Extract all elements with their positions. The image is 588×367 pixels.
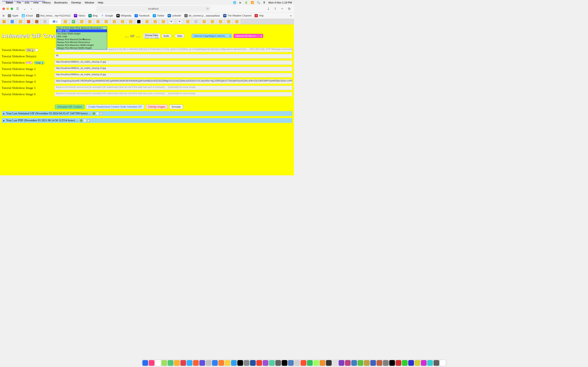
overlay-button[interactable]: Overlay Images [146,105,168,109]
delay-input[interactable]: 40 [54,54,292,58]
choose-files-button[interactable]: Choose Files [144,34,159,37]
fav-yelp[interactable]: yYelp [255,14,264,17]
tab-14[interactable] [110,19,118,24]
globe-icon[interactable]: 🌐 [233,1,236,4]
tab-28[interactable] [225,19,233,24]
tab-8[interactable] [61,19,69,24]
image-4-input[interactable]: data:image/png;base64,iVBORw0KGgoAAAANSU… [54,79,292,84]
tab-4[interactable] [25,19,33,24]
back-button[interactable]: ‹ [29,6,34,11]
title-checkbox[interactable] [35,49,38,51]
fav-icloud[interactable]: ☁iCloud [22,14,33,17]
image-2-input[interactable]: http://localhost:8888/mr_ed_maths_sharin… [54,67,292,71]
fav-db-connect[interactable]: ⌕db_connect.p…aaasaaafaas [184,14,220,17]
fav-twitter[interactable]: tTwitter [153,14,164,17]
minimize-window-button[interactable] [7,8,9,10]
disclosure-last-pdf[interactable]: ▶ Your Last PDF (November 03 2021 06:14:… [2,118,292,123]
tab-22[interactable]: W [176,19,184,24]
reload-icon[interactable]: ⟳ [207,7,209,10]
fav-linkedin[interactable]: inLinkedIn [168,14,181,17]
html-badge[interactable]: HTML [26,62,32,64]
tab-17[interactable] [135,19,143,24]
zoom-window-button[interactable] [11,8,13,10]
sidebar-toggle-icon[interactable]: ☰ [15,6,20,11]
menu-bookmarks[interactable]: Bookmarks [54,1,68,4]
imagemagick-select[interactable]: Optional ImageMagick switches …▲▼ [192,34,232,38]
control-center-icon[interactable]: 🎚 [263,1,266,4]
dim-option-min[interactable]: Always Pick Minimal Dimensions [56,41,107,44]
tab-25[interactable] [200,19,208,24]
tab-2[interactable] [8,19,16,24]
tab-16[interactable] [127,19,135,24]
tab-21[interactable]: W [167,19,176,24]
fav-facebook[interactable]: fFacebook [135,14,150,17]
menu-develop[interactable]: Develop [71,1,81,4]
create-gif-button[interactable]: Animated GIF Creation [55,105,85,109]
image-3-input[interactable]: http://localhost:8888/mr_ed_maths_sharin… [54,73,292,77]
audio-button[interactable]: Audio [162,34,171,38]
menu-help[interactable]: Help [98,1,103,4]
file-chooser[interactable]: Choose Files Share your media documents … [143,33,160,39]
tab-group-chevron-icon[interactable]: ⌄ [22,6,27,11]
gd-filters-select[interactable]: Optional GD filters++ …▲▼ [233,34,263,38]
tab-13[interactable] [102,19,110,24]
fav-weather[interactable]: TWThe Weather Channel [223,14,251,17]
tab-12[interactable] [94,19,102,24]
image-6-input[interactable]: Append #comment[~second line] for animat… [54,92,292,96]
simulate-button[interactable]: Simulate [169,105,183,109]
dim-option-2880x1800[interactable]: 2880 x 1800 [56,29,107,32]
title-select[interactable]: Title▲▼ [26,49,35,52]
fav-find-minus[interactable]: ⌕find_minus…rep+%22s%22 [36,14,71,17]
wifi-icon[interactable]: 📶 [251,1,254,4]
disclosure-last-gif[interactable]: ▶ Your Last Animated GIF (November 03 20… [2,111,292,116]
tab-15[interactable] [118,19,127,24]
tab-5[interactable] [33,19,41,24]
tab-10[interactable] [78,19,86,24]
fav-apple[interactable]: Apple [8,14,18,17]
tab-24[interactable] [192,19,200,24]
image-5-input[interactable]: Append #comment[~second line] for animat… [54,86,292,90]
random-gif-button[interactable]: Create Randomized Content Order Animated… [86,105,144,109]
new-tab-icon[interactable]: ＋ [280,6,285,11]
fav-google[interactable]: GGoogle [101,14,113,17]
dimension-select-dropdown[interactable]: Size of First Slide (Pick Maximal Dimens… [56,26,107,50]
close-window-button[interactable] [2,8,5,10]
tab-6[interactable] [41,19,49,24]
tab-1[interactable] [0,19,8,24]
tab-active[interactable]: L2 [49,19,61,24]
forward-button[interactable]: › [36,6,41,11]
tab-27[interactable] [216,19,225,24]
clock[interactable]: Mon 4 Nov 1:19 PM [268,1,292,4]
favorites-overflow-icon[interactable]: » [290,14,292,17]
image-1-input[interactable]: http://localhost:8888/mr_ed_maths_sharin… [54,60,292,65]
tab-29[interactable] [233,19,241,24]
fav-yahoo[interactable]: Y!Yahoo [74,14,85,17]
video-button[interactable]: Video [175,34,184,38]
screen-mirror-icon[interactable]: ⏵ [239,1,242,4]
image-select[interactable]: Image▲▼ [34,61,44,64]
dim-option-minwh[interactable]: Always Pick Minimal Width+Height [56,47,107,49]
dim-option-header[interactable]: Size of First Slide (Pick Maximal Dimens… [56,26,107,29]
tab-19[interactable] [151,19,159,24]
tab-20[interactable] [159,19,167,24]
favorites-grid-icon[interactable]: ⊞ [2,14,4,17]
address-bar[interactable]: localhost ⟳ [96,6,210,12]
menu-window[interactable]: Window [85,1,94,4]
tab-23[interactable] [184,19,192,24]
fav-bing[interactable]: bBing [88,14,98,17]
tab-9[interactable]: W [69,19,78,24]
dim-option-enter[interactable]: You Enter Width,Height [56,32,107,35]
dim-option-maxwh[interactable]: Always Pick Maximum Width+Height [56,44,107,47]
downloads-icon[interactable]: ⤓ [266,6,271,11]
fav-wikipedia[interactable]: WWikipedia [116,14,131,17]
tab-3[interactable] [16,19,25,24]
tab-26[interactable] [208,19,216,24]
share-icon[interactable]: ⇧ [273,6,278,11]
dim-option-359x640[interactable]: 359 x 640 [56,35,107,38]
tab-18[interactable] [143,19,151,24]
tab-11[interactable] [86,19,94,24]
battery-icon[interactable]: 🔋 [245,1,248,4]
dim-option-max[interactable]: Always Pick Maximal Dimensions [56,38,107,41]
spotlight-icon[interactable]: 🔍 [257,1,260,4]
tab-overview-icon[interactable]: ⧉ [287,6,292,11]
